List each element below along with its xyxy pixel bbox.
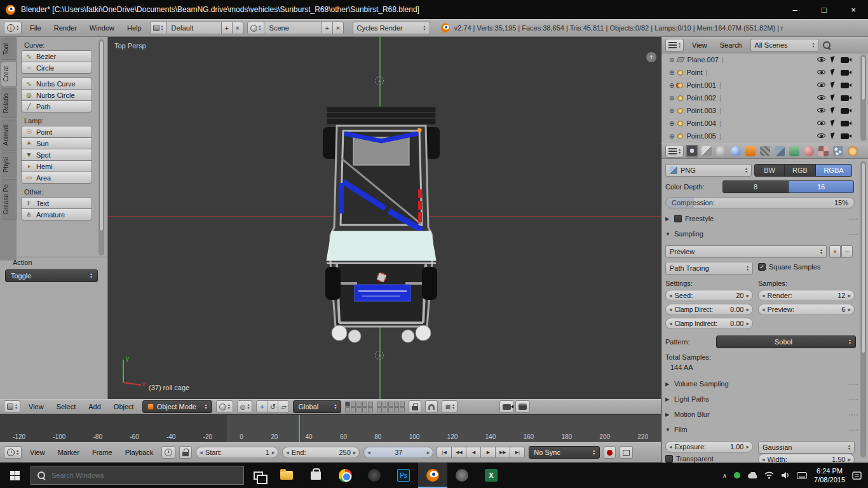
snap-element-dropdown[interactable]: ▦ [442, 400, 458, 413]
tab-object[interactable] [744, 145, 757, 158]
transparent-toggle[interactable]: Transparent [665, 455, 714, 463]
selectability-cursor-icon[interactable] [831, 56, 836, 63]
menu-add[interactable]: Add [84, 402, 105, 412]
stepper-left-icon[interactable]: ◂ [762, 293, 765, 299]
remove-preset-button[interactable]: − [841, 245, 853, 258]
color-depth-16-button[interactable]: 16 [788, 180, 854, 193]
collapsed-triangle-icon[interactable]: ▶ [665, 381, 671, 387]
selectability-cursor-icon[interactable] [831, 94, 836, 101]
onedrive-cloud-icon[interactable] [747, 472, 757, 479]
editor-type-button[interactable] [4, 446, 22, 459]
editor-type-button[interactable] [665, 39, 684, 51]
delete-screen-button[interactable]: × [232, 22, 243, 34]
stepper-left-icon[interactable]: ◂ [669, 307, 672, 313]
object-name[interactable]: Plane.007 [687, 56, 719, 64]
menu-help[interactable]: Help [123, 23, 146, 33]
freestyle-checkbox[interactable] [674, 215, 682, 222]
outliner-item-plane007[interactable]: ⊕Plane.007| [661, 53, 868, 66]
renderability-camera-icon[interactable] [841, 95, 849, 101]
stepper-left-icon[interactable]: ◂ [286, 450, 289, 456]
layers-widget-2[interactable] [377, 402, 405, 412]
color-mode-rgb-button[interactable]: RGB [784, 164, 816, 177]
task-view-button[interactable] [244, 463, 272, 488]
outliner-item-point001[interactable]: ⊕Point.001| [661, 79, 868, 92]
title-bar[interactable]: Blender* [C:\Users\fatki\OneDrive\Docume… [0, 0, 868, 19]
add-area-lamp-button[interactable]: ▭Area [21, 172, 92, 184]
selectability-cursor-icon[interactable] [831, 107, 836, 114]
car-model-top-view[interactable] [318, 100, 445, 355]
delete-scene-button[interactable]: × [332, 22, 344, 34]
clamp-direct-stepper[interactable]: ◂Clamp Direct:0.00▸ [665, 304, 753, 315]
next-keyframe-button[interactable]: ▶▶ [495, 447, 510, 458]
menu-render[interactable]: Render [50, 23, 81, 33]
tab-object-data[interactable] [788, 145, 801, 158]
volume-icon[interactable] [781, 471, 790, 479]
network-wifi-icon[interactable] [764, 471, 774, 479]
motion-blur-panel-header[interactable]: ▶Motion Blur•••• [665, 410, 858, 418]
expand-icon[interactable]: ⊕ [669, 120, 674, 127]
renderability-camera-icon[interactable] [841, 133, 849, 139]
clamp-indirect-stepper[interactable]: ◂Clamp Indirect:0.00▸ [665, 318, 753, 329]
renderability-camera-icon[interactable] [841, 57, 849, 63]
visibility-eye-icon[interactable] [817, 56, 826, 64]
tab-render[interactable] [686, 145, 698, 158]
search-input[interactable] [51, 471, 210, 479]
expand-icon[interactable]: ⊕ [669, 82, 674, 89]
shelf-tab-relations[interactable]: Relatio [1, 88, 17, 118]
pattern-dropdown[interactable]: Sobol [716, 336, 856, 348]
selectability-cursor-icon[interactable] [831, 119, 836, 126]
add-armature-button[interactable]: ⋔Armature [21, 208, 92, 220]
exposure-stepper[interactable]: ◂Exposure:1.00▸ [665, 441, 753, 452]
jump-to-start-button[interactable]: |◀ [437, 447, 452, 458]
shelf-tab-tools[interactable]: Tool [1, 38, 17, 60]
shelf-tab-animation[interactable]: Animati [1, 119, 17, 151]
object-name[interactable]: Point.002 [686, 94, 715, 102]
render-samples-stepper[interactable]: ◂Render:12▸ [758, 290, 855, 301]
shelf-tab-create[interactable]: Creat [1, 61, 17, 86]
transparent-checkbox[interactable] [665, 455, 673, 463]
add-hemi-lamp-button[interactable]: ◗Hemi [21, 160, 92, 172]
menu-view[interactable]: View [24, 402, 48, 412]
stepper-right-icon[interactable]: ▸ [848, 307, 851, 313]
visibility-eye-icon[interactable] [817, 107, 826, 114]
visibility-eye-icon[interactable] [817, 132, 826, 140]
scrollbar-thumb[interactable] [861, 163, 865, 353]
stepper-right-icon[interactable]: ▸ [848, 457, 851, 463]
visibility-eye-icon[interactable] [817, 94, 826, 102]
menu-file[interactable]: File [25, 23, 46, 33]
stepper-right-icon[interactable]: ▸ [848, 293, 851, 299]
film-panel-header[interactable]: ▼Film•••• [665, 426, 858, 433]
taskbar-app-file-explorer[interactable] [272, 463, 301, 488]
shelf-tab-physics[interactable]: Physi [1, 152, 17, 177]
screen-layout-name-field[interactable]: Default [166, 22, 222, 34]
preview-samples-stepper[interactable]: ◂Preview:6▸ [758, 304, 855, 315]
square-samples-checkbox[interactable]: ✓ [758, 263, 766, 271]
outliner-scrollbar[interactable] [860, 55, 866, 141]
taskbar-app-blender[interactable] [418, 463, 447, 488]
stepper-right-icon[interactable]: ▸ [427, 450, 430, 456]
sync-dropdown[interactable]: No Sync [529, 446, 600, 459]
tool-shelf-scrollbar[interactable] [98, 39, 104, 255]
add-spot-lamp-button[interactable]: ▼Spot [21, 149, 92, 161]
volume-sampling-panel-header[interactable]: ▶Volume Sampling•••• [665, 380, 858, 388]
toggle-dropdown[interactable]: Toggle [5, 269, 98, 282]
taskbar-app-chrome[interactable] [330, 463, 360, 488]
taskbar-app-steam[interactable] [360, 463, 389, 488]
scene-name-field[interactable]: Scene [264, 22, 322, 34]
outliner-item-point[interactable]: ⊕Point| [661, 66, 868, 79]
renderability-camera-icon[interactable] [841, 121, 849, 126]
tab-material[interactable] [803, 145, 815, 158]
stepper-left-icon[interactable]: ◂ [669, 293, 672, 299]
stepper-left-icon[interactable]: ◂ [762, 307, 765, 313]
integrator-dropdown[interactable]: Path Tracing [665, 262, 753, 274]
use-preview-range-button[interactable] [161, 446, 175, 459]
add-nurbs-circle-button[interactable]: ◎Nurbs Circle [21, 89, 92, 101]
lock-frame-button[interactable] [179, 446, 192, 459]
action-center-icon[interactable] [852, 471, 862, 480]
display-filter-dropdown[interactable]: All Scenes [750, 39, 819, 51]
lock-to-scene-button[interactable] [409, 400, 421, 413]
menu-object[interactable]: Object [109, 402, 139, 412]
scrollbar-thumb[interactable] [99, 41, 104, 231]
add-scene-button[interactable]: + [322, 22, 333, 34]
empty-object-marker[interactable] [375, 76, 384, 85]
